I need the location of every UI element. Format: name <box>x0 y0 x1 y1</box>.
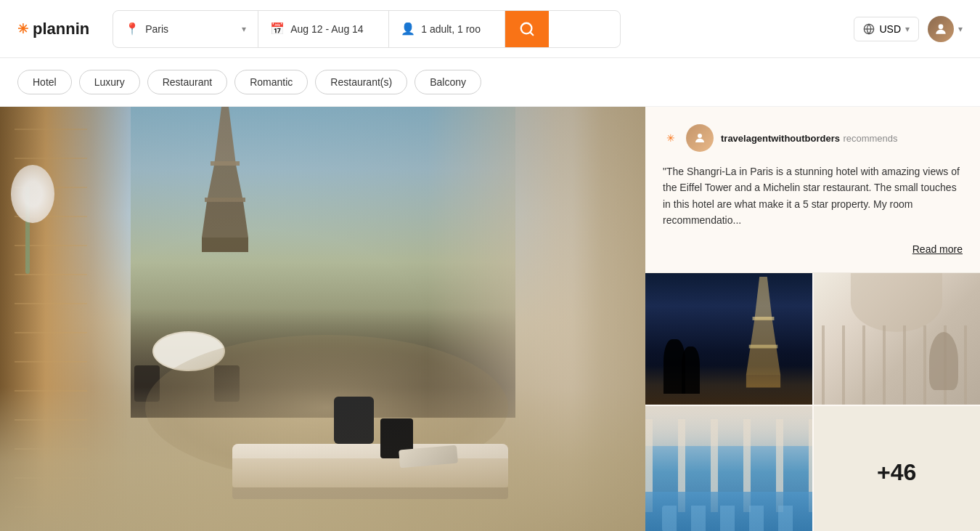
location-icon: 📍 <box>125 22 139 36</box>
logo-icon: ✳ <box>17 21 28 37</box>
location-value: Paris <box>145 23 236 35</box>
currency-label: USD <box>879 23 901 35</box>
review-text: "The Shangri-La in Paris is a stunning h… <box>663 163 963 229</box>
plannin-logo-small: ✳ <box>663 130 679 146</box>
tags-bar: Hotel Luxury Restaurant Romantic Restaur… <box>0 58 980 107</box>
svg-point-4 <box>939 24 944 29</box>
calendar-icon: 📅 <box>270 22 285 36</box>
date-field[interactable]: 📅 Aug 12 - Aug 14 <box>258 11 389 47</box>
tag-hotel[interactable]: Hotel <box>17 70 72 94</box>
svg-rect-16 <box>752 317 774 320</box>
currency-dropdown-icon: ▾ <box>905 24 910 34</box>
main-content: ✳ travelagentwithoutborders recommends "… <box>0 107 980 531</box>
user-menu[interactable]: ▾ <box>928 16 963 42</box>
user-dropdown-icon: ▾ <box>958 24 963 34</box>
guests-field[interactable]: 👤 1 adult, 1 roo <box>389 11 505 47</box>
right-panel: ✳ travelagentwithoutborders recommends "… <box>645 107 980 531</box>
hotel-room-image <box>0 107 645 531</box>
tag-balcony[interactable]: Balcony <box>415 70 481 94</box>
currency-icon <box>863 23 875 35</box>
location-dropdown-icon: ▾ <box>242 24 246 34</box>
location-field[interactable]: 📍 Paris ▾ <box>113 11 258 47</box>
tag-restaurants[interactable]: Restaurant(s) <box>315 70 407 94</box>
search-bar: 📍 Paris ▾ 📅 Aug 12 - Aug 14 👤 1 adult, 1… <box>113 10 621 48</box>
avatar <box>928 16 954 42</box>
tag-restaurant[interactable]: Restaurant <box>147 70 227 94</box>
photo-more-count[interactable]: +46 <box>814 406 981 531</box>
svg-marker-12 <box>754 277 772 319</box>
vignette <box>0 107 645 531</box>
header-right: USD ▾ ▾ <box>854 16 963 42</box>
tag-romantic[interactable]: Romantic <box>234 70 308 94</box>
logo[interactable]: ✳ plannin <box>17 20 89 38</box>
more-photos-count: +46 <box>877 459 916 486</box>
svg-marker-13 <box>750 318 776 346</box>
currency-selector[interactable]: USD ▾ <box>854 17 919 41</box>
tag-luxury[interactable]: Luxury <box>79 70 140 94</box>
search-button[interactable] <box>505 10 549 48</box>
read-more-link[interactable]: Read more <box>663 243 963 255</box>
photo-grid: +46 <box>645 273 980 531</box>
reviewer-info: travelagentwithoutborders recommends <box>721 131 898 145</box>
person-icon: 👤 <box>401 22 415 36</box>
photo-eiffel-night[interactable] <box>645 273 812 405</box>
review-header: ✳ travelagentwithoutborders recommends <box>663 124 963 152</box>
logo-text: plannin <box>33 20 89 38</box>
reviewer-action: recommends <box>843 133 897 144</box>
reviewer-avatar <box>686 124 714 152</box>
date-value: Aug 12 - Aug 14 <box>290 23 377 35</box>
review-card: ✳ travelagentwithoutborders recommends "… <box>645 107 980 273</box>
guests-value: 1 adult, 1 roo <box>421 23 493 35</box>
photo-staircase[interactable] <box>814 273 981 405</box>
svg-rect-17 <box>748 344 777 348</box>
header: ✳ plannin 📍 Paris ▾ 📅 Aug 12 - Aug 14 👤 … <box>0 0 980 58</box>
svg-line-1 <box>530 32 533 35</box>
reviewer-name: travelagentwithoutborders <box>721 133 840 144</box>
photo-pool[interactable] <box>645 406 812 531</box>
svg-point-11 <box>698 134 702 138</box>
hero-image[interactable] <box>0 107 645 531</box>
